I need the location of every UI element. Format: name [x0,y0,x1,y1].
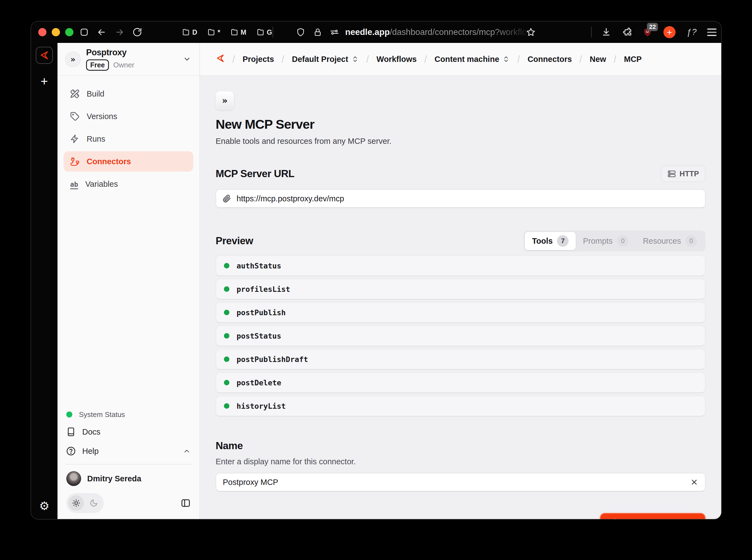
dark-mode-button[interactable] [86,495,101,511]
sidebar: » Posptroxy Free Owner [58,43,200,519]
system-status[interactable]: System Status [66,407,190,422]
address-bar[interactable]: needle.app/dashboard/connectors/mcp?work… [345,21,533,43]
tab-prompts[interactable]: Prompts 0 [576,232,636,250]
bookmark-folder[interactable]: * [207,28,220,36]
script-toggle-icon[interactable]: ƒ? [687,27,697,37]
workspace-switcher[interactable]: » Posptroxy Free Owner [58,43,199,76]
sidebar-item-versions[interactable]: Versions [63,106,194,126]
brand-plane-icon[interactable] [216,54,225,65]
tab-resources[interactable]: Resources 0 [636,232,704,250]
clear-input-icon[interactable] [690,478,698,486]
user-menu[interactable]: Dmitry Sereda [66,468,190,489]
workspace-avatar: » [65,52,81,67]
browser-window: D * M G needle.app/dashbo [31,21,721,519]
forward-icon[interactable] [115,27,125,37]
mcp-url-input[interactable] [237,194,698,203]
new-tab-icon[interactable]: + [41,75,48,87]
tool-row[interactable]: profilesList [216,279,706,300]
plus-circle-icon: + [664,26,675,38]
bookmark-folder[interactable]: D [182,28,197,36]
downloads-icon[interactable] [601,27,611,37]
sidebar-item-help[interactable]: Help [66,441,190,461]
bookmark-folders: D * M G [182,21,272,43]
preview-heading: Preview [216,235,253,247]
protocol-http-button[interactable]: HTTP [661,165,706,182]
breadcrumb: / Projects / Default Project / Workflows… [200,43,721,76]
sidebar-nav: Build Versions Runs [58,76,199,202]
sidebar-item-variables[interactable]: ab Variables [63,174,194,194]
folder-label: D [192,28,197,36]
tab-label: Resources [643,237,681,246]
url-section-heading: MCP Server URL [216,168,294,180]
panel-left-icon [181,498,190,508]
active-tab-favicon[interactable] [36,47,53,64]
menu-hamburger-icon[interactable] [707,28,716,36]
sidebar-item-connectors[interactable]: Connectors [63,151,194,172]
moon-icon [90,499,98,507]
zoom-window-button[interactable] [65,28,74,36]
chevrons-up-down-icon [351,56,359,63]
workspace-role: Owner [113,61,135,69]
back-icon[interactable] [97,27,106,37]
folder-icon [207,28,216,36]
extensions-puzzle-icon[interactable] [622,27,632,37]
paperclip-icon [223,195,231,203]
breadcrumb-separator: / [232,53,235,65]
tab-tools[interactable]: Tools 7 [525,232,576,250]
preview-tabs: Tools 7 Prompts 0 Resources 0 [524,231,706,252]
minimize-window-button[interactable] [52,28,60,36]
tools-list: authStatus profilesList postPublish [216,255,706,416]
settings-gear-icon[interactable]: ⚙ [39,500,49,512]
site-permissions-icon[interactable] [330,27,339,37]
vertical-tab-rail: + ⚙ [31,43,58,519]
breadcrumb-separator: / [614,53,616,65]
main-panel: / Projects / Default Project / Workflows… [200,43,721,519]
sidebar-item-build[interactable]: Build [63,84,194,104]
breadcrumb-item-project-select[interactable]: Default Project [292,55,359,64]
bookmark-star-icon[interactable] [526,27,535,37]
folder-icon [256,28,265,36]
light-mode-button[interactable] [68,495,84,511]
tool-row[interactable]: historyList [216,396,706,416]
folder-label: G [267,28,272,36]
close-window-button[interactable] [38,28,46,36]
folder-label: * [218,28,220,36]
tool-row[interactable]: authStatus [216,255,706,276]
tool-row[interactable]: postDelete [216,372,706,393]
breadcrumb-item-projects[interactable]: Projects [243,55,274,64]
tool-row[interactable]: postStatus [216,325,706,346]
breadcrumb-item-new[interactable]: New [590,55,606,64]
create-connector-button[interactable]: Create Connector [600,513,706,519]
sidebar-item-docs[interactable]: Docs [66,422,190,441]
tab-overview-icon[interactable] [80,27,89,37]
bookmark-folder[interactable]: G [256,28,272,36]
breadcrumb-item-connectors[interactable]: Connectors [528,55,572,64]
tool-name: postDelete [237,378,281,387]
user-name: Dmitry Sereda [87,474,141,483]
theme-toggle [66,493,104,513]
tool-row[interactable]: postPublishDraft [216,349,706,370]
tool-row[interactable]: postPublish [216,302,706,323]
mcp-url-field [216,189,706,208]
name-section-heading: Name [216,440,706,452]
tool-name: postPublishDraft [237,355,308,364]
breadcrumb-item-workflows[interactable]: Workflows [377,55,417,64]
sidebar-item-label: Build [87,89,104,98]
divider [65,464,192,464]
reload-icon[interactable] [132,27,142,37]
tool-name: profilesList [237,285,290,294]
hamburger-lines [707,28,716,36]
breadcrumb-item-workflow-select[interactable]: Content machine [434,55,510,64]
sidebar-item-runs[interactable]: Runs [63,129,194,149]
connector-name-input[interactable] [223,478,685,487]
pencil-ruler-icon [70,89,80,98]
protocol-label: HTTP [680,170,699,178]
system-status-label: System Status [79,411,125,419]
tracking-protection-shield-icon[interactable] [296,28,305,37]
bookmark-folder[interactable]: M [230,28,246,36]
name-section-description: Enter a display name for this connector. [216,457,706,466]
lock-icon[interactable] [313,28,322,37]
collapse-sidebar-button[interactable] [181,498,190,508]
toolbar-divider [272,27,273,38]
extension-plus-icon[interactable]: + [664,26,675,38]
